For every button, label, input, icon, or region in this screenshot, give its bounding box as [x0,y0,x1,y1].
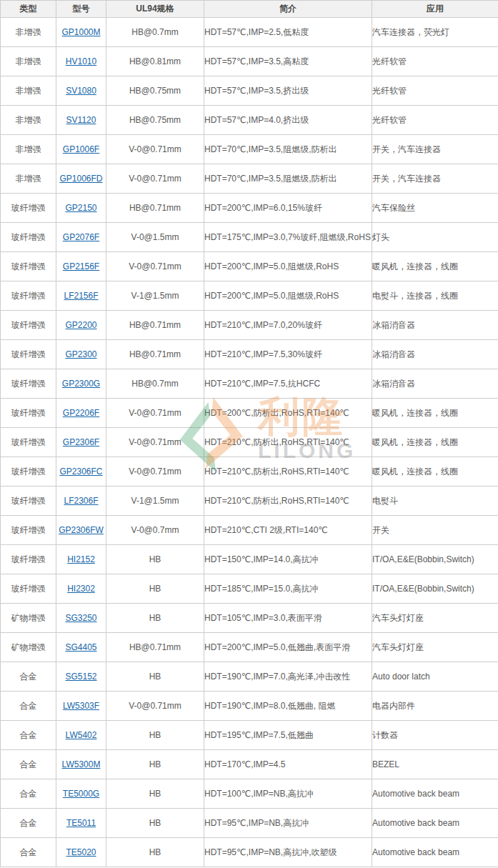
cell-ul94-rating: HB@0.71mm [106,633,204,662]
model-link[interactable]: SG4405 [65,642,96,652]
table-row: 合金 SG5152 HB HDT=190℃,IMP=7.0,高光泽,冲击改性 A… [1,662,498,692]
cell-application: 汽车连接器，荧光灯 [372,18,498,47]
cell-model: GP1006FD [56,164,106,194]
model-link[interactable]: HI2152 [67,554,95,564]
table-row: 玻纤增强 GP2076F V-0@1.5mm HDT=175℃,IMP=3.0,… [1,223,498,252]
model-link[interactable]: TE5000G [63,789,99,799]
cell-type: 玻纤增强 [1,369,56,399]
model-link[interactable]: LW5402 [66,730,97,740]
cell-model: GP2076F [56,223,106,252]
cell-ul94-rating: HB [106,662,204,692]
cell-introduction: HDT=100℃,IMP=NB,高抗冲 [204,779,372,809]
cell-model: GP2300G [56,369,106,399]
cell-introduction: HDT=57℃,IMP=4.0,挤出级 [204,106,372,135]
cell-introduction: HDT=185℃,IMP=15.0,高抗冲 [204,574,372,604]
cell-application: Automotive back beam [372,809,498,838]
model-link[interactable]: GP2300 [65,349,96,359]
model-link[interactable]: GP1006F [63,144,99,154]
model-link[interactable]: HV1010 [66,56,96,66]
model-link[interactable]: SG5152 [65,672,96,682]
cell-application: 电熨斗，连接器，线圈 [372,281,498,311]
cell-ul94-rating: HB@0.71mm [106,311,204,340]
model-link[interactable]: LF2306F [64,496,98,506]
cell-application: 汽车保险丝 [372,194,498,223]
cell-introduction: HDT=190℃,IMP=7.0,高光泽,冲击改性 [204,662,372,692]
cell-ul94-rating: V-0@0.7mm [106,516,204,545]
cell-type: 矿物增强 [1,633,56,662]
cell-application: IT/OA,E&E(Bobbin,Switch) [372,574,498,604]
table-row: 玻纤增强 GP2306F V-0@0.71mm HDT=210℃,防析出,RoH… [1,428,498,457]
cell-model: SV1080 [56,76,106,106]
cell-model: TE5011 [56,809,106,838]
cell-type: 合金 [1,750,56,779]
cell-type: 合金 [1,809,56,838]
model-link[interactable]: HI2302 [67,584,95,594]
model-link[interactable]: SG3250 [65,613,96,623]
model-link[interactable]: LF2156F [64,291,98,301]
model-link[interactable]: TE5011 [66,818,96,828]
cell-type: 非增强 [1,135,56,164]
cell-introduction: HDT=175℃,IMP=3.0,7%玻纤,阻燃级,RoHS [204,223,372,252]
cell-type: 玻纤增强 [1,194,56,223]
cell-application: BEZEL [372,750,498,779]
cell-introduction: HDT=210℃,CTI 2级,RTI=140℃ [204,516,372,545]
cell-ul94-rating: V-0@0.71mm [106,457,204,487]
cell-introduction: HDT=210℃,防析出,RoHS,RTI=140℃ [204,428,372,457]
table-row: 玻纤增强 GP2200 HB@0.71mm HDT=210℃,IMP=7.0,2… [1,311,498,340]
model-link[interactable]: GP1000M [61,27,100,37]
model-link[interactable]: GP2156F [63,261,99,271]
table-row: 非增强 GP1006FD V-0@0.71mm HDT=70℃,IMP=3.5,… [1,164,498,194]
cell-type: 合金 [1,838,56,867]
model-link[interactable]: GP1006FD [59,174,102,184]
model-link[interactable]: GP2306F [63,437,99,447]
table-row: 矿物增强 SG4405 HB@0.71mm HDT=200℃,IMP=5.0,低… [1,633,498,662]
cell-application: 开关，汽车连接器 [372,135,498,164]
cell-ul94-rating: HB [106,721,204,750]
cell-model: GP2206F [56,399,106,428]
cell-model: SG3250 [56,604,106,633]
model-link[interactable]: LW5303F [63,701,99,711]
model-link[interactable]: GP2206F [63,408,99,418]
model-link[interactable]: LW5300M [62,759,101,769]
table-row: 玻纤增强 HI2302 HB HDT=185℃,IMP=15.0,高抗冲 IT/… [1,574,498,604]
model-link[interactable]: GP2306FW [59,525,104,535]
table-row: 非增强 GP1000M HB@0.7mm HDT=57℃,IMP=2.5,低粘度… [1,18,498,47]
cell-application: 暖风机，连接器，线圈 [372,428,498,457]
cell-ul94-rating: HB [106,809,204,838]
cell-introduction: HDT=105℃,IMP=3.0,表面平滑 [204,604,372,633]
model-link[interactable]: SV1120 [66,115,96,125]
product-table-body: 非增强 GP1000M HB@0.7mm HDT=57℃,IMP=2.5,低粘度… [1,18,498,867]
cell-introduction: HDT=210℃,防析出,RoHS,RTI=140℃ [204,487,372,516]
cell-model: TE5020 [56,838,106,867]
cell-application: 光纤软管 [372,47,498,76]
table-row: 合金 TE5000G HB HDT=100℃,IMP=NB,高抗冲 Automo… [1,779,498,809]
cell-ul94-rating: HB [106,545,204,574]
cell-introduction: HDT=95℃,IMP=NB,高抗冲,吹塑级 [204,838,372,867]
model-link[interactable]: GP2306FC [59,467,102,477]
cell-introduction: HDT=57℃,IMP=3.5,高粘度 [204,47,372,76]
cell-model: GP2150 [56,194,106,223]
column-header-ul94: UL94规格 [106,1,204,18]
cell-introduction: HDT=150℃,IMP=14.0,高抗冲 [204,545,372,574]
table-row: 玻纤增强 GP2300 HB@0.71mm HDT=210℃,IMP=7.5,3… [1,340,498,369]
column-header-intro: 简介 [204,1,372,18]
model-link[interactable]: GP2200 [65,320,96,330]
model-link[interactable]: GP2150 [65,203,96,213]
product-spec-table: 类型 型号 UL94规格 简介 应用 非增强 GP1000M HB@0.7mm … [0,0,498,867]
model-link[interactable]: GP2300G [62,379,100,389]
cell-type: 玻纤增强 [1,311,56,340]
cell-type: 玻纤增强 [1,545,56,574]
model-link[interactable]: GP2076F [63,232,99,242]
cell-type: 非增强 [1,164,56,194]
model-link[interactable]: TE5020 [66,847,96,857]
cell-model: LF2156F [56,281,106,311]
cell-ul94-rating: HB [106,838,204,867]
cell-ul94-rating: V-0@0.71mm [106,135,204,164]
cell-ul94-rating: HB [106,574,204,604]
cell-introduction: HDT=200℃,IMP=5.0,阻燃级,RoHS [204,252,372,281]
cell-type: 非增强 [1,18,56,47]
cell-model: SG4405 [56,633,106,662]
model-link[interactable]: SV1080 [66,86,96,96]
cell-introduction: HDT=210℃,IMP=7.5,30%玻纤 [204,340,372,369]
cell-type: 玻纤增强 [1,428,56,457]
